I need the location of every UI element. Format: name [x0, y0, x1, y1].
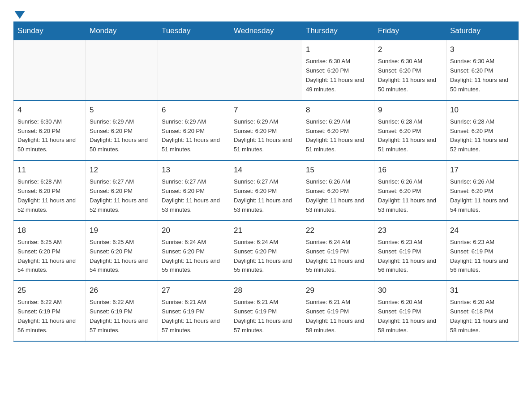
day-info: Sunrise: 6:26 AMSunset: 6:20 PMDaylight:… — [306, 177, 370, 214]
logo — [13, 9, 25, 17]
day-info: Sunrise: 6:27 AMSunset: 6:20 PMDaylight:… — [90, 177, 154, 214]
day-info: Sunrise: 6:29 AMSunset: 6:20 PMDaylight:… — [162, 117, 226, 154]
calendar-day-cell — [86, 40, 158, 100]
day-info: Sunrise: 6:20 AMSunset: 6:18 PMDaylight:… — [450, 298, 515, 335]
day-number: 23 — [378, 225, 442, 236]
day-number: 20 — [162, 225, 226, 236]
day-info: Sunrise: 6:27 AMSunset: 6:20 PMDaylight:… — [234, 177, 298, 214]
day-number: 17 — [450, 164, 515, 176]
day-number: 29 — [306, 285, 370, 296]
logo-triangle-icon — [14, 11, 25, 19]
calendar-day-cell: 17Sunrise: 6:26 AMSunset: 6:20 PMDayligh… — [446, 160, 519, 221]
day-info: Sunrise: 6:29 AMSunset: 6:20 PMDaylight:… — [234, 117, 298, 154]
calendar-day-cell: 19Sunrise: 6:25 AMSunset: 6:20 PMDayligh… — [86, 221, 158, 281]
day-number: 12 — [90, 164, 154, 176]
day-number: 6 — [162, 104, 226, 116]
day-info: Sunrise: 6:24 AMSunset: 6:20 PMDaylight:… — [234, 238, 298, 275]
calendar-day-cell: 12Sunrise: 6:27 AMSunset: 6:20 PMDayligh… — [86, 160, 158, 221]
calendar-day-cell: 6Sunrise: 6:29 AMSunset: 6:20 PMDaylight… — [158, 100, 230, 161]
calendar-day-cell: 9Sunrise: 6:28 AMSunset: 6:20 PMDaylight… — [374, 100, 446, 161]
page-header — [13, 9, 519, 17]
calendar-day-cell: 24Sunrise: 6:23 AMSunset: 6:19 PMDayligh… — [446, 221, 519, 281]
calendar-day-cell: 5Sunrise: 6:29 AMSunset: 6:20 PMDaylight… — [86, 100, 158, 161]
calendar-week-row: 4Sunrise: 6:30 AMSunset: 6:20 PMDaylight… — [14, 100, 519, 161]
calendar-day-cell: 23Sunrise: 6:23 AMSunset: 6:19 PMDayligh… — [374, 221, 446, 281]
calendar-day-cell: 10Sunrise: 6:28 AMSunset: 6:20 PMDayligh… — [446, 100, 519, 161]
calendar-day-cell: 4Sunrise: 6:30 AMSunset: 6:20 PMDaylight… — [14, 100, 86, 161]
day-number: 2 — [378, 44, 442, 56]
calendar-week-row: 18Sunrise: 6:25 AMSunset: 6:20 PMDayligh… — [14, 221, 519, 281]
day-number: 28 — [234, 285, 298, 296]
day-number: 30 — [378, 285, 442, 296]
calendar-day-cell: 29Sunrise: 6:21 AMSunset: 6:19 PMDayligh… — [302, 281, 374, 341]
calendar-header-sunday: Sunday — [14, 22, 86, 40]
calendar-header-saturday: Saturday — [446, 22, 519, 40]
day-number: 14 — [234, 164, 298, 176]
calendar-day-cell: 13Sunrise: 6:27 AMSunset: 6:20 PMDayligh… — [158, 160, 230, 221]
calendar-day-cell: 11Sunrise: 6:28 AMSunset: 6:20 PMDayligh… — [14, 160, 86, 221]
day-info: Sunrise: 6:23 AMSunset: 6:19 PMDaylight:… — [450, 238, 515, 275]
calendar-day-cell: 27Sunrise: 6:21 AMSunset: 6:19 PMDayligh… — [158, 281, 230, 341]
day-info: Sunrise: 6:21 AMSunset: 6:19 PMDaylight:… — [162, 298, 226, 335]
day-info: Sunrise: 6:29 AMSunset: 6:20 PMDaylight:… — [90, 117, 154, 154]
day-number: 3 — [450, 44, 515, 56]
day-number: 9 — [378, 104, 442, 116]
day-info: Sunrise: 6:30 AMSunset: 6:20 PMDaylight:… — [378, 57, 442, 94]
calendar-day-cell: 20Sunrise: 6:24 AMSunset: 6:20 PMDayligh… — [158, 221, 230, 281]
calendar-day-cell — [158, 40, 230, 100]
calendar-day-cell: 16Sunrise: 6:26 AMSunset: 6:20 PMDayligh… — [374, 160, 446, 221]
calendar-day-cell: 25Sunrise: 6:22 AMSunset: 6:19 PMDayligh… — [14, 281, 86, 341]
day-info: Sunrise: 6:21 AMSunset: 6:19 PMDaylight:… — [306, 298, 370, 335]
calendar-day-cell: 3Sunrise: 6:30 AMSunset: 6:20 PMDaylight… — [446, 40, 519, 100]
day-number: 18 — [17, 225, 82, 236]
day-info: Sunrise: 6:23 AMSunset: 6:19 PMDaylight:… — [378, 238, 442, 275]
calendar-header-wednesday: Wednesday — [230, 22, 302, 40]
day-number: 25 — [17, 285, 82, 296]
calendar-day-cell — [230, 40, 302, 100]
calendar-header-monday: Monday — [86, 22, 158, 40]
calendar-day-cell: 15Sunrise: 6:26 AMSunset: 6:20 PMDayligh… — [302, 160, 374, 221]
day-number: 7 — [234, 104, 298, 116]
calendar-day-cell: 21Sunrise: 6:24 AMSunset: 6:20 PMDayligh… — [230, 221, 302, 281]
day-number: 1 — [306, 44, 370, 56]
day-number: 15 — [306, 164, 370, 176]
day-info: Sunrise: 6:24 AMSunset: 6:19 PMDaylight:… — [306, 238, 370, 275]
day-number: 24 — [450, 225, 515, 236]
day-info: Sunrise: 6:22 AMSunset: 6:19 PMDaylight:… — [17, 298, 82, 335]
calendar-header-row: SundayMondayTuesdayWednesdayThursdayFrid… — [14, 22, 519, 40]
calendar-header-thursday: Thursday — [302, 22, 374, 40]
day-info: Sunrise: 6:21 AMSunset: 6:19 PMDaylight:… — [234, 298, 298, 335]
day-number: 11 — [17, 164, 82, 176]
day-number: 31 — [450, 285, 515, 296]
calendar-day-cell: 31Sunrise: 6:20 AMSunset: 6:18 PMDayligh… — [446, 281, 519, 341]
day-info: Sunrise: 6:30 AMSunset: 6:20 PMDaylight:… — [450, 57, 515, 94]
calendar-day-cell: 18Sunrise: 6:25 AMSunset: 6:20 PMDayligh… — [14, 221, 86, 281]
day-info: Sunrise: 6:20 AMSunset: 6:19 PMDaylight:… — [378, 298, 442, 335]
day-number: 19 — [90, 225, 154, 236]
day-info: Sunrise: 6:28 AMSunset: 6:20 PMDaylight:… — [450, 117, 515, 154]
day-info: Sunrise: 6:29 AMSunset: 6:20 PMDaylight:… — [306, 117, 370, 154]
day-info: Sunrise: 6:27 AMSunset: 6:20 PMDaylight:… — [162, 177, 226, 214]
calendar-day-cell: 30Sunrise: 6:20 AMSunset: 6:19 PMDayligh… — [374, 281, 446, 341]
day-info: Sunrise: 6:24 AMSunset: 6:20 PMDaylight:… — [162, 238, 226, 275]
calendar-day-cell: 8Sunrise: 6:29 AMSunset: 6:20 PMDaylight… — [302, 100, 374, 161]
calendar-day-cell: 22Sunrise: 6:24 AMSunset: 6:19 PMDayligh… — [302, 221, 374, 281]
day-number: 27 — [162, 285, 226, 296]
day-number: 16 — [378, 164, 442, 176]
calendar-day-cell: 2Sunrise: 6:30 AMSunset: 6:20 PMDaylight… — [374, 40, 446, 100]
day-info: Sunrise: 6:30 AMSunset: 6:20 PMDaylight:… — [17, 117, 82, 154]
calendar-week-row: 11Sunrise: 6:28 AMSunset: 6:20 PMDayligh… — [14, 160, 519, 221]
calendar-day-cell: 26Sunrise: 6:22 AMSunset: 6:19 PMDayligh… — [86, 281, 158, 341]
day-number: 4 — [17, 104, 82, 116]
day-info: Sunrise: 6:25 AMSunset: 6:20 PMDaylight:… — [17, 238, 82, 275]
day-number: 5 — [90, 104, 154, 116]
day-info: Sunrise: 6:30 AMSunset: 6:20 PMDaylight:… — [306, 57, 370, 94]
day-info: Sunrise: 6:22 AMSunset: 6:19 PMDaylight:… — [90, 298, 154, 335]
calendar-day-cell — [14, 40, 86, 100]
day-number: 21 — [234, 225, 298, 236]
day-number: 8 — [306, 104, 370, 116]
day-info: Sunrise: 6:28 AMSunset: 6:20 PMDaylight:… — [17, 177, 82, 214]
day-number: 26 — [90, 285, 154, 296]
day-info: Sunrise: 6:28 AMSunset: 6:20 PMDaylight:… — [378, 117, 442, 154]
calendar-table: SundayMondayTuesdayWednesdayThursdayFrid… — [13, 21, 519, 342]
